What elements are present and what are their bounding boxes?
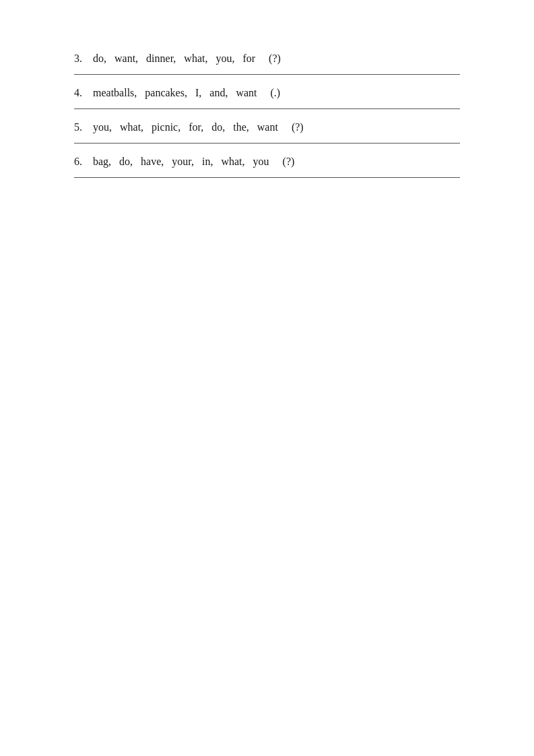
word-1-4: what, xyxy=(184,53,207,65)
word-4-6: what, xyxy=(221,156,244,168)
word-4-7: you xyxy=(253,156,269,168)
word-4-5: in, xyxy=(202,156,213,168)
item-number-4: 6. xyxy=(74,156,89,168)
punctuation-hint-4: (?) xyxy=(283,156,295,168)
exercise-item-2: 4.meatballs, pancakes, I, and, want (.) xyxy=(74,75,460,108)
punctuation-hint-1: (?) xyxy=(269,53,281,65)
word-1-6: for xyxy=(242,53,255,65)
word-4-3: have, xyxy=(141,156,164,168)
word-1-1: do, xyxy=(93,53,106,65)
word-3-5: do, xyxy=(211,121,225,133)
word-2-4: and, xyxy=(209,87,228,99)
word-4-2: do, xyxy=(119,156,133,168)
word-3-6: the, xyxy=(233,121,249,133)
item-row-2: 4.meatballs, pancakes, I, and, want (.) xyxy=(74,75,460,108)
word-2-3: I, xyxy=(195,87,201,99)
word-4-1: bag, xyxy=(93,156,111,168)
punctuation-hint-3: (?) xyxy=(292,121,304,133)
exercise-item-3: 5.you, what, picnic, for, do, the, want … xyxy=(74,109,460,143)
word-3-4: for, xyxy=(189,121,203,133)
word-3-1: you, xyxy=(93,121,112,133)
word-3-3: picnic, xyxy=(152,121,180,133)
item-number-3: 5. xyxy=(74,121,89,133)
word-4-4: your, xyxy=(172,156,194,168)
exercise-item-4: 6.bag, do, have, your, in, what, you (?) xyxy=(74,144,460,177)
word-3-2: what, xyxy=(120,121,143,133)
item-row-4: 6.bag, do, have, your, in, what, you (?) xyxy=(74,144,460,177)
page: 3.do, want, dinner, what, you, for (?)4.… xyxy=(0,0,534,756)
item-number-2: 4. xyxy=(74,87,89,99)
word-1-2: want, xyxy=(114,53,138,65)
word-2-1: meatballs, xyxy=(93,87,137,99)
item-row-1: 3.do, want, dinner, what, you, for (?) xyxy=(74,40,460,74)
word-1-5: you, xyxy=(215,53,234,65)
item-number-1: 3. xyxy=(74,53,89,65)
word-3-7: want xyxy=(257,121,278,133)
exercise-item-1: 3.do, want, dinner, what, you, for (?) xyxy=(74,40,460,74)
punctuation-hint-2: (.) xyxy=(271,87,281,99)
word-1-3: dinner, xyxy=(146,53,176,65)
item-row-3: 5.you, what, picnic, for, do, the, want … xyxy=(74,109,460,143)
divider-4 xyxy=(74,177,460,178)
word-2-2: pancakes, xyxy=(145,87,187,99)
word-2-5: want xyxy=(236,87,257,99)
